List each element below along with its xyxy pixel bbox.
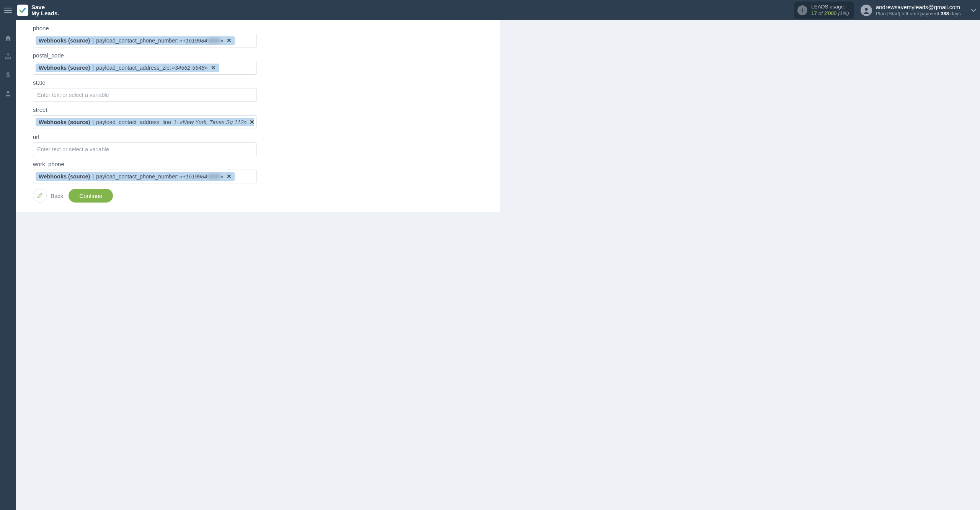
field-street-label: street [33, 106, 385, 113]
svg-rect-5 [7, 54, 8, 55]
field-work-phone-chip: Webhooks (source) | payload_contact_phon… [36, 172, 235, 181]
back-button-label: Back [51, 193, 63, 199]
field-postal-code-label: postal_code [33, 52, 385, 59]
chip-remove-button[interactable]: ✕ [226, 173, 232, 180]
chip-example-prefix: «+1619984 [179, 173, 207, 180]
field-postal-code-chip: Webhooks (source) | payload_contact_addr… [36, 64, 219, 72]
field-state-label: state [33, 79, 385, 86]
logo-mark-icon [17, 5, 28, 16]
chip-source: Webhooks (source) [39, 65, 90, 71]
chip-separator: | [91, 65, 95, 71]
account-email: andrewsavemyleads@gmail.com [876, 4, 961, 11]
plan-prefix: Plan |Start| left until payment [876, 11, 941, 16]
field-street: street Webhooks (source) | payload_conta… [33, 106, 385, 129]
field-url: url Enter text or select a variable [33, 134, 385, 156]
plan-days-number: 388 [941, 11, 949, 16]
sidebar-item-home[interactable] [0, 33, 16, 44]
field-postal-code: postal_code Webhooks (source) | payload_… [33, 52, 385, 75]
chip-example-suffix: » [220, 173, 224, 180]
field-phone-label: phone [33, 25, 385, 31]
hamburger-menu-button[interactable] [0, 0, 16, 20]
continue-button[interactable]: Continue [69, 189, 113, 203]
chip-source: Webhooks (source) [39, 119, 90, 125]
chip-path: payload_contact_address_line_1: [96, 119, 179, 125]
field-work-phone-input[interactable]: Webhooks (source) | payload_contact_phon… [33, 170, 257, 183]
field-url-input[interactable]: Enter text or select a variable [33, 142, 257, 156]
field-work-phone-label: work_phone [33, 161, 385, 167]
account-plan-line: Plan |Start| left until payment 388 days [876, 11, 961, 17]
chip-example: «+16199843000» [179, 38, 223, 44]
brand-line-1: Save [31, 4, 59, 10]
field-state: state Enter text or select a variable [33, 79, 385, 102]
chip-example-blur: 3000 [207, 173, 220, 180]
chip-example-suffix: » [220, 38, 224, 44]
account-dropdown-toggle[interactable] [967, 0, 980, 20]
chip-path: payload_contact_phone_number: [96, 173, 178, 180]
chip-example-prefix: «+1619984 [179, 38, 207, 44]
chip-path: payload_contact_phone_number: [96, 38, 178, 44]
svg-point-4 [865, 8, 867, 10]
chip-separator: | [91, 38, 95, 44]
plan-days-suffix: days [949, 11, 961, 16]
mapping-card: phone Webhooks (source) | payload_contac… [16, 20, 500, 212]
chip-example: «34562-5648» [172, 65, 208, 71]
field-phone-input[interactable]: Webhooks (source) | payload_contact_phon… [33, 34, 257, 47]
sidebar-item-connections[interactable] [0, 51, 16, 62]
chip-source: Webhooks (source) [39, 173, 90, 180]
field-street-chip: Webhooks (source) | payload_contact_addr… [36, 118, 254, 126]
sidebar-item-billing[interactable]: $ [0, 69, 16, 81]
sidebar-item-account[interactable] [0, 88, 16, 99]
sidebar-nav: $ [0, 20, 16, 510]
field-street-input[interactable]: Webhooks (source) | payload_contact_addr… [33, 115, 257, 129]
field-phone-chip: Webhooks (source) | payload_contact_phon… [36, 36, 235, 45]
leads-pct-value: (1%) [838, 10, 849, 16]
chip-remove-button[interactable]: ✕ [210, 65, 217, 71]
leads-usage-text: LEADS usage: 17 of 2'000 (1%) [811, 4, 849, 16]
field-work-phone: work_phone Webhooks (source) | payload_c… [33, 161, 385, 183]
user-avatar-icon [861, 5, 872, 16]
leads-usage-title: LEADS usage: [811, 4, 849, 10]
chip-remove-button[interactable]: ✕ [249, 119, 255, 125]
account-block: andrewsavemyleads@gmail.com Plan |Start|… [861, 4, 965, 17]
edit-pencil-icon [33, 189, 47, 203]
brand-logo[interactable]: Save My Leads. [17, 4, 59, 16]
leads-usage-pill[interactable]: i LEADS usage: 17 of 2'000 (1%) [794, 2, 854, 18]
brand-line-2: My Leads. [31, 10, 59, 16]
app-header: Save My Leads. i LEADS usage: 17 of 2'00… [0, 0, 980, 20]
leads-of-text: of [818, 10, 823, 16]
svg-text:$: $ [6, 71, 10, 78]
chip-remove-button[interactable]: ✕ [226, 38, 232, 44]
main-content: phone Webhooks (source) | payload_contac… [16, 20, 980, 510]
svg-point-10 [7, 91, 10, 93]
field-phone: phone Webhooks (source) | payload_contac… [33, 25, 385, 47]
chip-example: «New York, Times Sq 112» [180, 119, 247, 125]
chip-separator: | [91, 119, 95, 125]
chip-path: payload_contact_address_zip: [96, 65, 171, 71]
field-state-input[interactable]: Enter text or select a variable [33, 88, 257, 102]
back-button[interactable]: Back [33, 189, 63, 203]
leads-cap-value: 2'000 [824, 10, 837, 16]
leads-used-value: 17 [811, 10, 817, 16]
field-url-placeholder: Enter text or select a variable [37, 146, 109, 152]
svg-rect-6 [5, 58, 7, 59]
svg-rect-7 [7, 58, 8, 59]
chip-separator: | [91, 173, 95, 180]
chip-example-blur: 3000 [207, 38, 220, 44]
field-postal-code-input[interactable]: Webhooks (source) | payload_contact_addr… [33, 61, 257, 75]
chip-example: «+16199843000» [179, 173, 223, 180]
field-state-placeholder: Enter text or select a variable [37, 92, 109, 98]
brand-name: Save My Leads. [31, 4, 59, 16]
svg-rect-8 [10, 58, 11, 59]
field-url-label: url [33, 134, 385, 140]
info-icon: i [797, 5, 807, 15]
chip-source: Webhooks (source) [39, 38, 90, 44]
action-row: Back Continue [33, 189, 385, 203]
